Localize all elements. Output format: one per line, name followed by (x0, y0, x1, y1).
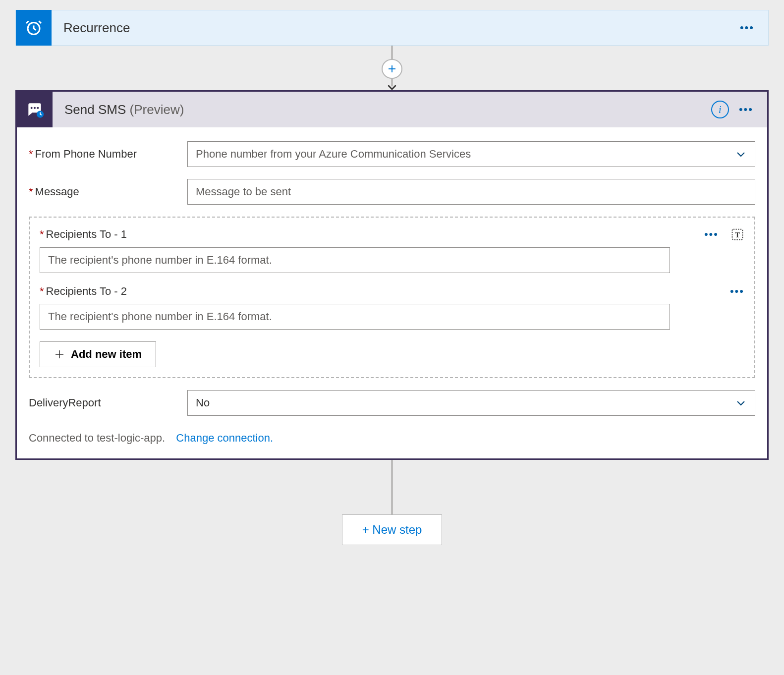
connection-row: Connected to test-logic-app. Change conn… (29, 432, 755, 445)
connection-text: Connected to test-logic-app. (29, 432, 165, 444)
from-phone-label: *From Phone Number (29, 148, 187, 161)
recurrence-card[interactable]: Recurrence ••• (15, 10, 769, 46)
recipient-item: *Recipients To - 2 ••• (40, 285, 744, 330)
bottom-connector: + New step (15, 460, 769, 545)
sms-title-text: Send SMS (64, 102, 126, 117)
recurrence-icon-box (16, 10, 52, 46)
recipient-input[interactable] (40, 304, 670, 330)
text-mode-icon[interactable]: T (730, 227, 744, 241)
info-button[interactable]: i (711, 101, 729, 118)
send-sms-card: Send SMS (Preview) i ••• *From Phone Num… (15, 90, 769, 460)
svg-text:T: T (735, 230, 740, 239)
sms-preview-badge: (Preview) (130, 102, 184, 117)
add-new-item-button[interactable]: Add new item (40, 341, 156, 367)
message-row: *Message (29, 179, 755, 205)
delivery-report-label: DeliveryReport (29, 396, 187, 409)
message-label: *Message (29, 185, 187, 198)
plus-icon (387, 64, 397, 74)
svg-point-4 (31, 107, 33, 109)
chevron-down-icon (735, 397, 747, 409)
connector-line (392, 46, 392, 59)
connector-plus (15, 46, 769, 90)
clock-icon (25, 19, 43, 37)
recipient-menu-button[interactable]: ••• (704, 228, 719, 241)
svg-point-5 (34, 107, 36, 109)
required-asterisk: * (29, 185, 33, 198)
recipient-item: *Recipients To - 1 ••• T (40, 227, 744, 273)
svg-point-6 (37, 107, 39, 109)
message-input[interactable] (187, 179, 755, 205)
add-item-label: Add new item (71, 348, 142, 361)
delivery-report-value: No (196, 396, 210, 409)
delivery-report-select[interactable]: No (187, 390, 755, 416)
sms-icon-box (17, 92, 53, 127)
recurrence-menu-button[interactable]: ••• (726, 21, 768, 34)
from-phone-placeholder: Phone number from your Azure Communicati… (196, 148, 471, 161)
recipient-label: *Recipients To - 2 (40, 285, 730, 298)
delivery-report-row: DeliveryReport No (29, 390, 755, 416)
send-sms-title: Send SMS (Preview) (53, 102, 711, 117)
required-asterisk: * (40, 285, 44, 297)
required-asterisk: * (29, 148, 33, 160)
connector-line (392, 460, 392, 514)
chat-icon (25, 100, 44, 119)
insert-step-button[interactable] (382, 59, 402, 79)
recipient-input[interactable] (40, 247, 670, 273)
recipient-label: *Recipients To - 1 (40, 228, 704, 241)
new-step-button[interactable]: + New step (342, 514, 443, 545)
chevron-down-icon (735, 148, 747, 160)
recipients-box: *Recipients To - 1 ••• T (29, 217, 755, 378)
sms-menu-button[interactable]: ••• (739, 103, 753, 116)
recurrence-title: Recurrence (52, 20, 726, 36)
info-icon: i (719, 104, 722, 115)
send-sms-header[interactable]: Send SMS (Preview) i ••• (17, 92, 767, 127)
recipient-menu-button[interactable]: ••• (730, 285, 744, 298)
required-asterisk: * (40, 228, 44, 240)
arrow-down-icon (386, 78, 398, 90)
from-phone-row: *From Phone Number Phone number from you… (29, 141, 755, 167)
plus-icon (54, 349, 65, 360)
from-phone-select[interactable]: Phone number from your Azure Communicati… (187, 141, 755, 167)
change-connection-link[interactable]: Change connection. (176, 432, 273, 444)
